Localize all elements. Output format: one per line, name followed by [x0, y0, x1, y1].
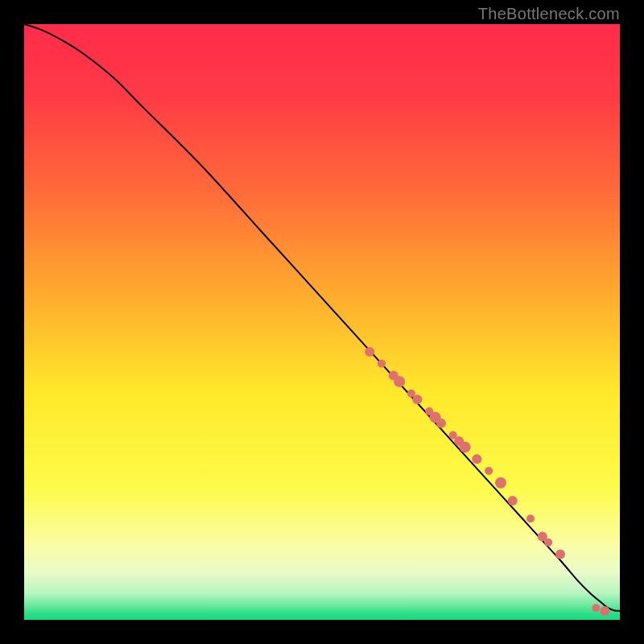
chart-svg [24, 24, 620, 620]
marker-point [378, 360, 386, 368]
marker-point [365, 347, 374, 357]
marker-point [485, 467, 493, 475]
marker-point [601, 606, 610, 616]
marker-point [544, 539, 552, 547]
marker-point [394, 376, 405, 387]
marker-point [508, 496, 518, 506]
marker-point [436, 419, 446, 428]
watermark-text: TheBottleneck.com [478, 5, 620, 23]
marker-point [526, 514, 535, 522]
gradient-background [24, 24, 620, 620]
marker-point [495, 477, 506, 489]
marker-point [460, 441, 471, 452]
marker-point [555, 550, 565, 559]
marker-point [412, 394, 422, 404]
figure-frame: TheBottleneck.com [0, 0, 644, 644]
marker-point [592, 604, 600, 612]
marker-point [472, 454, 481, 464]
plot-area [24, 24, 620, 620]
